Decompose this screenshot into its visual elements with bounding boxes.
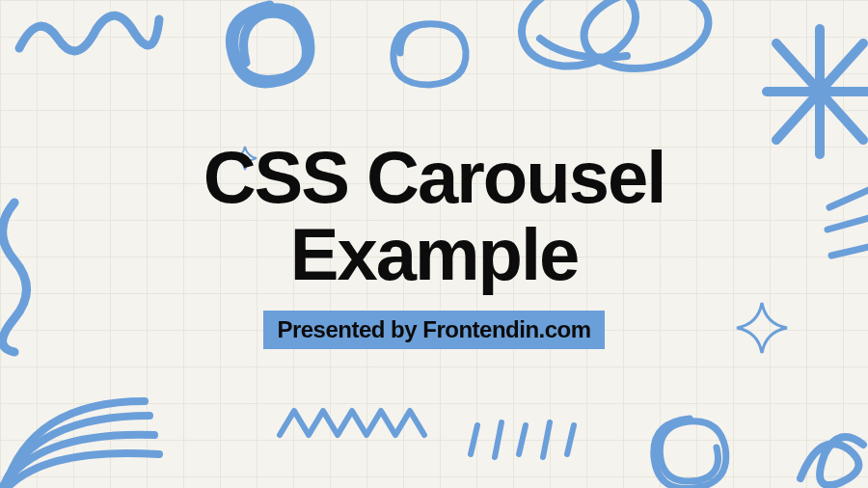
slide-title: CSS Carousel Example: [77, 139, 791, 293]
slide-subtitle: Presented by Frontendin.com: [277, 316, 590, 343]
slide-content: CSS Carousel Example Presented by Fronte…: [0, 0, 868, 488]
subtitle-highlight-box: Presented by Frontendin.com: [263, 311, 604, 349]
